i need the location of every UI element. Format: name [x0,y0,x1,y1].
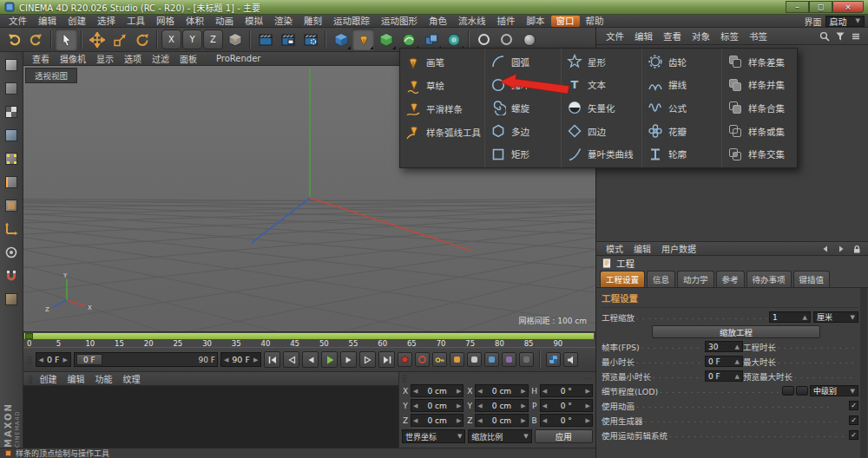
maximize-button[interactable]: ◻ [809,1,832,13]
tab-key-interpolation[interactable]: 键插值 [793,271,831,287]
spline-pen-button[interactable] [352,29,374,50]
om-menu-edit[interactable]: 编辑 [630,29,657,43]
menu-pipeline[interactable]: 流水线 [453,16,491,27]
minimize-button[interactable]: – [786,1,809,13]
enable-snap-button[interactable] [2,266,21,285]
edges-mode-button[interactable] [2,173,21,192]
position-y-field[interactable]: ◀0 cm▶ [411,399,464,412]
material-menu-edit[interactable]: 编辑 [63,372,89,385]
menu-help[interactable]: 帮助 [581,16,609,27]
make-editable-button[interactable] [2,56,21,75]
menu-render[interactable]: 渲染 [269,16,298,27]
am-menu-edit[interactable]: 编辑 [629,242,655,255]
menu-item-spline-subtract[interactable]: 样条合集 [722,96,799,120]
rotation-p-field[interactable]: ◀0 °▶ [540,399,593,412]
viewport-menu-filter[interactable]: 过滤 [148,52,174,65]
scale-key-toggle[interactable] [467,352,482,367]
workplane-mode-button[interactable] [2,126,21,145]
viewport-menu-panel[interactable]: 面板 [175,52,201,65]
om-menu-tags[interactable]: 标签 [716,29,743,43]
render-lod-icon[interactable] [796,386,808,396]
texture-mode-button[interactable] [2,102,21,121]
close-button[interactable]: × [832,1,864,13]
goto-start-button[interactable] [264,351,280,368]
stepper-left-icon[interactable]: ◀ [39,357,43,363]
points-mode-button[interactable] [2,149,21,168]
menu-item-spline-intersect[interactable]: 样条交集 [722,142,799,166]
menu-mesh[interactable]: 网格 [151,16,180,27]
enable-axis-button[interactable] [2,219,21,239]
panel-grip[interactable]: ⣿ [28,375,34,383]
rotation-b-field[interactable]: ◀0 °▶ [540,414,593,427]
locked-workplane-button[interactable] [2,290,21,309]
position-x-field[interactable]: ◀0 cm▶ [411,384,464,397]
menu-item-sketch[interactable]: 草绘 [400,74,484,97]
menu-edit[interactable]: 编辑 [33,16,62,27]
rotation-h-field[interactable]: ◀0 °▶ [540,384,593,397]
menu-mograph[interactable]: 运动图形 [376,16,423,27]
material-list[interactable] [23,386,398,448]
menu-window[interactable]: 窗口 [551,16,580,27]
subdivision-surface-button[interactable] [375,29,397,50]
goto-next-key-button[interactable] [359,351,376,368]
om-menu-view[interactable]: 查看 [659,29,686,43]
redo-button[interactable] [25,29,47,50]
tab-project-settings[interactable]: 工程设置 [600,271,645,287]
menu-item-formula[interactable]: 公式 [642,96,721,120]
viewport-menu-options[interactable]: 选项 [120,52,146,65]
menu-simulate[interactable]: 模拟 [240,16,268,27]
current-frame-marker[interactable] [25,333,33,339]
render-view-button[interactable] [254,29,276,50]
menu-animate[interactable]: 动画 [210,16,239,27]
om-menu-objects[interactable]: 对象 [687,29,714,43]
preview-range-bar[interactable] [24,333,594,339]
use-motion-checkbox[interactable]: ✓ [849,430,858,440]
history-forward-icon[interactable] [834,242,848,256]
play-button[interactable] [321,351,338,368]
coordinate-system-button[interactable] [224,29,246,50]
x-axis-lock-button[interactable]: X [161,29,181,49]
goto-end-button[interactable] [378,351,395,368]
material-menu-create[interactable]: 创建 [36,372,62,385]
menu-item-helix[interactable]: 螺旋 [485,96,561,120]
menu-item-rectangle[interactable]: 矩形 [485,142,561,166]
lod-dropdown[interactable]: 中级别▼ [810,385,858,396]
rotation-key-toggle[interactable] [484,352,499,367]
timeline-slider[interactable]: 0 F 90 F [74,352,218,367]
menu-volume[interactable]: 体积 [181,16,209,27]
stepper-right-icon[interactable]: ▶ [253,357,258,363]
interface-dropdown[interactable]: 启动 ▼ [825,16,865,27]
menu-tools[interactable]: 工具 [122,16,150,27]
coordinate-mode-dropdown[interactable]: 世界坐标▼ [402,429,465,443]
playback-ramp-button[interactable] [546,352,561,367]
menu-item-pen[interactable]: 画笔 [400,50,484,74]
render-settings-button[interactable] [299,29,321,50]
tab-info[interactable]: 信息 [647,271,675,287]
viewport-menu-display[interactable]: 显示 [92,52,118,65]
timeline-ruler[interactable]: 0 5 10 15 20 25 30 35 40 45 50 55 60 65 … [23,331,595,347]
end-frame-field[interactable]: ◀90 F▶ [220,352,261,367]
menu-motion-tracker[interactable]: 运动跟踪 [328,16,375,27]
menu-item-cogwheel[interactable]: 齿轮 [642,50,721,74]
menu-character[interactable]: 角色 [424,16,452,27]
viewport-solo-button[interactable] [2,243,21,262]
am-menu-mode[interactable]: 模式 [602,242,628,255]
menu-item-text[interactable]: T文本 [562,74,641,97]
om-menu-file[interactable]: 文件 [602,29,628,43]
panel-grip[interactable]: ⣿ [27,356,33,364]
viewport-tab-perspective[interactable]: 透视视图 [25,68,77,83]
project-scale-unit-dropdown[interactable]: 厘米▼ [813,311,858,323]
menu-select[interactable]: 选择 [92,16,121,27]
autokey-button[interactable] [415,352,430,367]
use-generators-checkbox[interactable]: ✓ [849,415,858,425]
menu-item-arc[interactable]: 圆弧 [485,50,561,74]
record-button[interactable] [398,352,412,367]
position-z-field[interactable]: ◀0 cm▶ [411,414,464,427]
position-key-toggle[interactable] [450,352,464,367]
polygons-mode-button[interactable] [2,196,21,215]
menu-item-profile[interactable]: 轮廓 [642,142,721,166]
sound-toggle[interactable] [563,352,578,367]
scale-tool[interactable] [108,29,130,50]
menu-item-spline-or[interactable]: 样条或集 [722,120,799,143]
parameter-key-toggle[interactable] [502,352,516,367]
